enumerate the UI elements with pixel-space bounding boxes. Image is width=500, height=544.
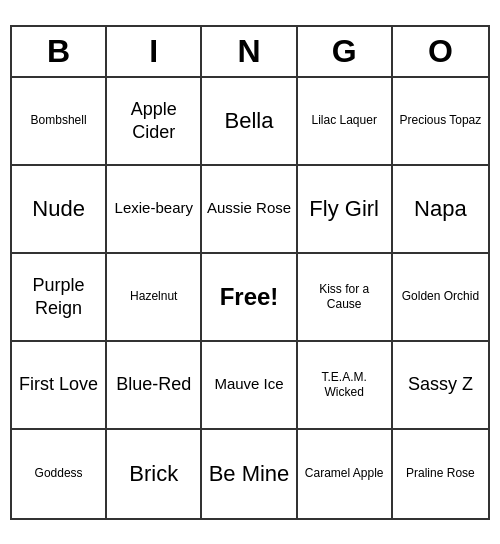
header-letter: N [202,27,297,76]
header-letter: G [298,27,393,76]
bingo-cell: Nude [12,166,107,254]
bingo-cell: Purple Reign [12,254,107,342]
bingo-cell: Blue-Red [107,342,202,430]
bingo-cell: T.E.A.M. Wicked [298,342,393,430]
bingo-cell: Brick [107,430,202,518]
bingo-cell: Lexie-beary [107,166,202,254]
bingo-cell: Fly Girl [298,166,393,254]
bingo-cell: Goddess [12,430,107,518]
bingo-cell: Sassy Z [393,342,488,430]
bingo-cell: Mauve Ice [202,342,297,430]
bingo-cell: First Love [12,342,107,430]
bingo-cell: Bella [202,78,297,166]
bingo-cell: Aussie Rose [202,166,297,254]
bingo-cell: Free! [202,254,297,342]
bingo-card: BINGO BombshellApple CiderBellaLilac Laq… [10,25,490,520]
bingo-cell: Golden Orchid [393,254,488,342]
bingo-cell: Apple Cider [107,78,202,166]
bingo-cell: Be Mine [202,430,297,518]
bingo-cell: Praline Rose [393,430,488,518]
bingo-cell: Kiss for a Cause [298,254,393,342]
header-letter: I [107,27,202,76]
bingo-cell: Lilac Laquer [298,78,393,166]
bingo-cell: Hazelnut [107,254,202,342]
header-letter: B [12,27,107,76]
bingo-grid: BombshellApple CiderBellaLilac LaquerPre… [12,78,488,518]
bingo-cell: Precious Topaz [393,78,488,166]
bingo-cell: Bombshell [12,78,107,166]
bingo-cell: Caramel Apple [298,430,393,518]
bingo-cell: Napa [393,166,488,254]
header-letter: O [393,27,488,76]
bingo-header: BINGO [12,27,488,78]
